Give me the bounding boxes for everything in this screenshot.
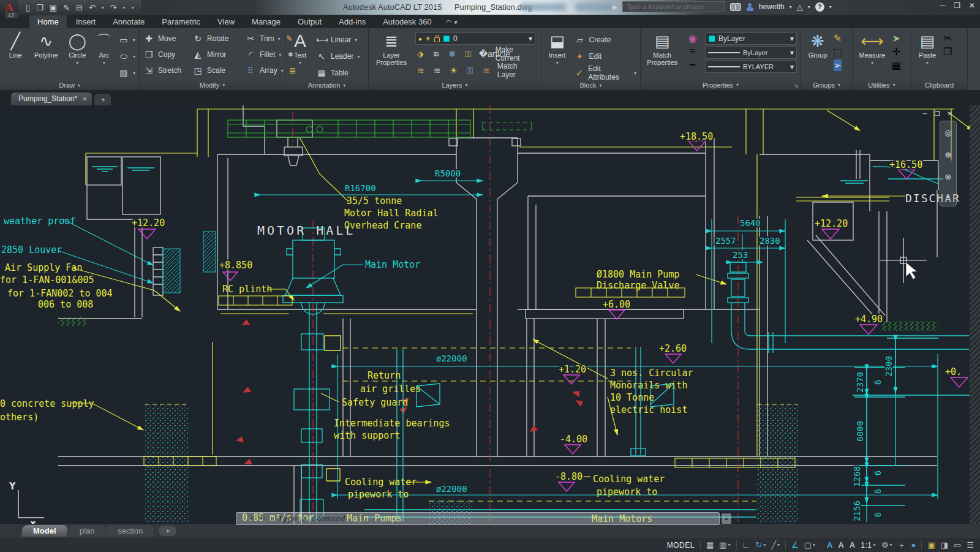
color-wheel-icon[interactable]: ◉ <box>688 32 697 44</box>
hatch-caret-icon[interactable]: ▾ <box>133 70 135 76</box>
polar-tracking-icon[interactable]: ↻ ▾ <box>755 540 766 550</box>
open-icon[interactable]: ❒ <box>36 3 43 12</box>
linetype-icon[interactable]: ┅ <box>690 59 696 70</box>
layer-unlock-icon[interactable]: ⚿ <box>464 66 475 76</box>
tab-autodesk360[interactable]: Autodesk 360 <box>375 15 440 28</box>
match-layer-button[interactable]: Match Layer <box>497 62 537 79</box>
annotation-visibility-icon[interactable]: A <box>827 540 832 550</box>
rectangle-caret-icon[interactable]: ▾ <box>133 37 135 43</box>
copy-clip-icon[interactable]: ❒ <box>943 46 952 58</box>
layer-properties-button[interactable]: ≣ Layer Properties <box>372 31 410 66</box>
panel-clipboard-footer[interactable]: Clipboard <box>911 80 967 90</box>
annotation-scale-value[interactable]: 1:1 ▾ <box>861 541 876 550</box>
isometric-drafting-icon[interactable]: ╱ ▾ <box>771 540 780 550</box>
command-history-up-button[interactable]: ▲ <box>722 513 731 524</box>
ribbon-minimize-caret-icon[interactable]: ▾ <box>454 18 458 26</box>
drawing-restore-button[interactable]: ❐ <box>935 110 940 117</box>
drawing-canvas[interactable]: weather proof 2850 Louver Air Supply Fan… <box>0 105 980 524</box>
layer-thaw-icon[interactable]: ☀ <box>425 35 431 43</box>
tab-parametric[interactable]: Parametric <box>154 15 208 28</box>
command-line[interactable]: ∷ ✕ ✎ ▾ Type a command <box>236 512 720 525</box>
qat-customize-caret-icon[interactable]: ▾ <box>132 5 134 10</box>
tab-addins[interactable]: Add-ins <box>331 15 374 28</box>
create-block-button[interactable]: ▱ Create <box>574 32 636 47</box>
move-button[interactable]: ✚Move <box>143 31 184 46</box>
window-close-button[interactable]: ✕ <box>969 1 975 10</box>
workspace-gear-icon[interactable]: ⚙ ▾ <box>881 540 892 550</box>
user-avatar-icon[interactable] <box>746 3 754 11</box>
ribbon-minimize-icon[interactable]: ◠ <box>446 18 452 26</box>
paste-button[interactable]: ▤ Paste ▾ <box>915 31 940 66</box>
command-grip-icon[interactable]: ∷ <box>241 515 244 522</box>
display-settings-icon[interactable]: ▭ <box>954 540 961 550</box>
ungroup-icon[interactable]: ⬚ <box>833 46 842 58</box>
command-recent-caret-icon[interactable]: ▾ <box>271 516 273 521</box>
canvas-edge-scrollbar[interactable] <box>970 105 980 524</box>
command-customize-icon[interactable]: ✎ <box>260 515 266 523</box>
layer-lock-icon[interactable] <box>434 37 440 42</box>
tab-home[interactable]: Home <box>29 15 67 28</box>
search-collapse-icon[interactable]: ▶ <box>612 4 617 10</box>
tab-insert[interactable]: Insert <box>68 15 104 28</box>
quick-calculator-icon[interactable]: ▦ <box>892 59 901 71</box>
object-color-select[interactable]: ByLayer ▾ <box>705 32 797 45</box>
ellipse-icon[interactable]: ⬭ <box>118 51 129 62</box>
measure-button[interactable]: ⟷ Measure ▾ <box>856 31 888 66</box>
group-selection-toggle-icon[interactable]: ➢ <box>834 59 842 71</box>
redo-caret-icon[interactable]: ▾ <box>123 5 126 10</box>
window-restore-button[interactable]: ❐ <box>954 1 960 10</box>
help-icon[interactable]: ? <box>815 2 824 12</box>
navigation-bar[interactable]: ◎ ⊕ ⊗ ▾ <box>940 121 957 206</box>
command-prompt-text[interactable]: Type a command <box>278 514 345 523</box>
table-button[interactable]: ▦ Table <box>316 66 360 80</box>
autodesk-360-icon[interactable]: △ <box>797 2 803 12</box>
file-tab-pumping-station[interactable]: Pumping_Station* ✕ <box>11 93 92 105</box>
make-current-button[interactable]: Make Current <box>496 45 537 62</box>
new-layout-button[interactable]: ＋ <box>159 526 176 536</box>
quick-select-icon[interactable]: ➤ <box>892 32 900 44</box>
redo-icon[interactable]: ↷ <box>110 3 117 12</box>
scale-button[interactable]: ◳Scale <box>192 63 236 78</box>
lineweight-select[interactable]: ByLayer ▾ <box>705 47 797 59</box>
leader-button[interactable]: ↖ Leader▾ <box>316 49 360 64</box>
id-point-icon[interactable]: ✛ <box>892 46 900 58</box>
drawing-close-button[interactable]: ✕ <box>948 110 952 117</box>
layer-unisolate-icon[interactable]: ≋ <box>432 66 443 75</box>
linetype-select[interactable]: BYLAYER ▾ <box>705 61 797 73</box>
copy-button[interactable]: ❒Copy <box>143 47 184 62</box>
layer-off-icon[interactable]: ⬗ <box>415 49 426 59</box>
layer-thaw-all-icon[interactable]: ☀ <box>448 66 459 75</box>
layer-on-icon[interactable]: ● <box>418 36 422 42</box>
panel-utilities-footer[interactable]: Utilities▾ <box>853 80 911 90</box>
insert-button[interactable]: ⬓ Insert ▾ <box>545 31 569 66</box>
linear-dimension-button[interactable]: ⟷ Linear▾ <box>316 32 360 47</box>
drawing-minimize-button[interactable]: ─ <box>923 110 927 117</box>
mirror-button[interactable]: ◭Mirror <box>192 47 236 62</box>
lineweight-icon[interactable]: ≡ <box>690 46 695 57</box>
annotation-scale-icon[interactable]: A <box>850 540 855 550</box>
panel-block-footer[interactable]: Block▾ <box>541 80 640 90</box>
tab-view[interactable]: View <box>209 15 243 28</box>
new-icon[interactable]: ▯ <box>26 3 30 12</box>
hardware-acceleration-icon[interactable]: ● <box>911 540 916 550</box>
layout-tab-model[interactable]: Model <box>21 525 68 537</box>
user-menu-caret-icon[interactable]: ▾ <box>790 4 792 10</box>
panel-draw-footer[interactable]: Draw▾ <box>0 80 139 90</box>
autoscale-icon[interactable]: A <box>838 540 843 550</box>
layer-lock-tool-icon[interactable]: ⚿ <box>463 49 473 59</box>
ellipse-caret-icon[interactable]: ▾ <box>133 54 135 59</box>
rectangle-icon[interactable]: ▭ <box>118 35 129 45</box>
new-drawing-tab-button[interactable]: ＋ <box>94 94 111 105</box>
navbar-more-caret-icon[interactable]: ▾ <box>947 194 949 200</box>
model-space-button[interactable]: MODEL <box>667 541 695 550</box>
line-button[interactable]: ╱ Line <box>4 31 27 59</box>
zoom-icon[interactable]: ⊗ <box>945 172 952 181</box>
workspace-switch-icon[interactable]: ◨ <box>941 540 948 550</box>
snap-angle-icon[interactable]: ∠ <box>791 540 799 550</box>
ortho-mode-icon[interactable]: ∟ <box>742 540 750 550</box>
tray-icon[interactable]: ▣ <box>927 540 935 550</box>
panel-groups-footer[interactable]: Groups▾ <box>801 80 852 90</box>
isolate-objects-icon[interactable]: ＋ <box>898 540 906 551</box>
panel-annotation-footer[interactable]: Annotation▾ <box>285 80 368 90</box>
saveas-icon[interactable]: ✎ <box>63 3 70 12</box>
